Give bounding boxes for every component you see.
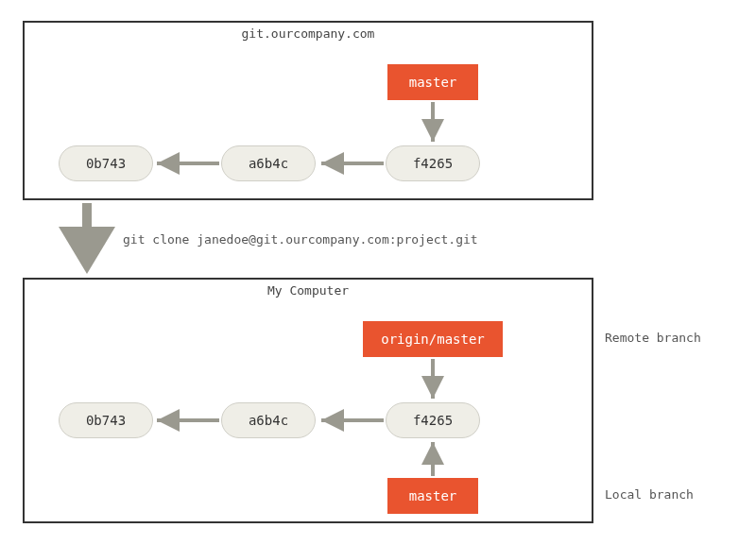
branch-label: master: [409, 75, 457, 90]
commit-hash: a6b4c: [249, 156, 288, 171]
remote-panel: git.ourcompany.com master 0b743 a6b4c f4…: [23, 21, 593, 200]
local-commit-2: f4265: [386, 402, 480, 438]
remote-commit-1: a6b4c: [221, 145, 316, 181]
remote-commit-0: 0b743: [59, 145, 153, 181]
local-panel-title: My Computer: [25, 283, 592, 298]
commit-hash: 0b743: [86, 413, 126, 428]
commit-hash: f4265: [413, 156, 453, 171]
commit-hash: a6b4c: [249, 413, 288, 428]
branch-label: origin/master: [381, 332, 485, 347]
local-master-branch: master: [387, 478, 478, 514]
remote-branch-label: Remote branch: [605, 331, 701, 345]
commit-hash: f4265: [413, 413, 453, 428]
local-branch-label: Local branch: [605, 487, 694, 502]
local-commit-1: a6b4c: [221, 402, 316, 438]
remote-commit-2: f4265: [386, 145, 480, 181]
remote-master-branch: master: [387, 64, 478, 100]
commit-hash: 0b743: [86, 156, 126, 171]
local-commit-0: 0b743: [59, 402, 153, 438]
origin-master-branch: origin/master: [363, 321, 503, 357]
remote-panel-title: git.ourcompany.com: [25, 26, 592, 41]
branch-label: master: [409, 488, 457, 503]
clone-command-label: git clone janedoe@git.ourcompany.com:pro…: [123, 232, 478, 247]
local-panel: My Computer origin/master 0b743 a6b4c f4…: [23, 278, 593, 523]
